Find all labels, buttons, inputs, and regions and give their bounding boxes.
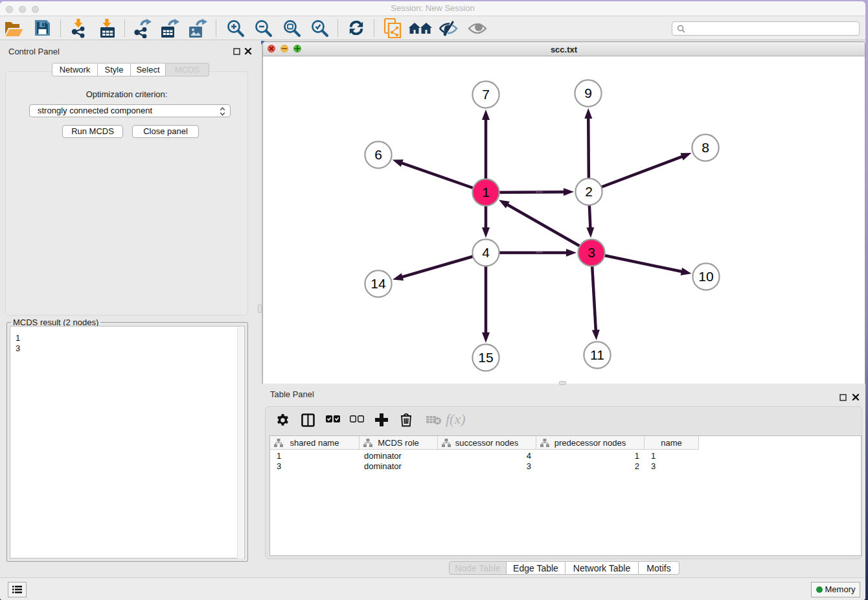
svg-text:15: 15 [478, 350, 493, 365]
svg-text:14: 14 [371, 276, 386, 291]
svg-text:2: 2 [585, 184, 593, 199]
svg-text:6: 6 [374, 147, 382, 162]
svg-text:3: 3 [588, 245, 595, 260]
svg-text:7: 7 [482, 87, 490, 102]
svg-text:9: 9 [584, 86, 592, 100]
svg-text:10: 10 [698, 269, 713, 284]
svg-text:1: 1 [482, 185, 490, 200]
svg-text:11: 11 [590, 347, 604, 362]
svg-text:4: 4 [482, 245, 490, 260]
svg-text:8: 8 [702, 140, 709, 155]
